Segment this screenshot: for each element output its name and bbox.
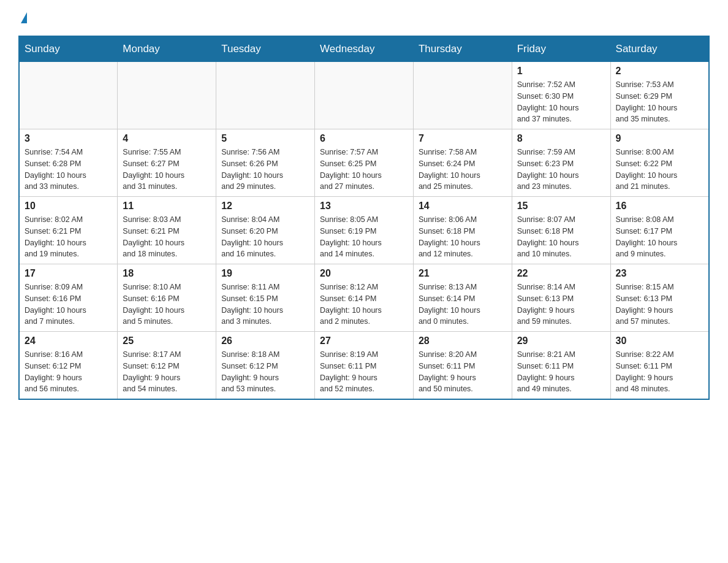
- day-info: Sunrise: 8:16 AM Sunset: 6:12 PM Dayligh…: [25, 349, 112, 395]
- day-number: 25: [123, 335, 211, 347]
- calendar-week-4: 17Sunrise: 8:09 AM Sunset: 6:16 PM Dayli…: [19, 264, 709, 332]
- day-info: Sunrise: 8:19 AM Sunset: 6:11 PM Dayligh…: [320, 349, 408, 395]
- calendar-cell: 20Sunrise: 8:12 AM Sunset: 6:14 PM Dayli…: [315, 264, 414, 332]
- calendar-cell: [216, 62, 315, 129]
- day-info: Sunrise: 7:56 AM Sunset: 6:26 PM Dayligh…: [221, 147, 309, 193]
- day-info: Sunrise: 7:52 AM Sunset: 6:30 PM Dayligh…: [517, 79, 605, 125]
- day-number: 4: [123, 133, 211, 144]
- day-info: Sunrise: 7:55 AM Sunset: 6:27 PM Dayligh…: [123, 147, 211, 193]
- day-number: 5: [221, 133, 309, 144]
- day-number: 17: [25, 268, 112, 279]
- day-info: Sunrise: 8:10 AM Sunset: 6:16 PM Dayligh…: [123, 282, 211, 327]
- calendar-cell: 7Sunrise: 7:58 AM Sunset: 6:24 PM Daylig…: [413, 129, 512, 197]
- day-info: Sunrise: 8:06 AM Sunset: 6:18 PM Dayligh…: [419, 214, 507, 260]
- day-info: Sunrise: 8:18 AM Sunset: 6:12 PM Dayligh…: [221, 349, 309, 395]
- day-number: 12: [221, 201, 309, 212]
- day-number: 18: [123, 268, 211, 279]
- day-number: 9: [616, 133, 703, 144]
- weekday-header-sunday: Sunday: [19, 36, 118, 62]
- calendar-cell: 25Sunrise: 8:17 AM Sunset: 6:12 PM Dayli…: [118, 332, 216, 400]
- day-info: Sunrise: 7:58 AM Sunset: 6:24 PM Dayligh…: [419, 147, 507, 193]
- logo-triangle-icon: [21, 12, 27, 23]
- day-info: Sunrise: 7:54 AM Sunset: 6:28 PM Dayligh…: [25, 147, 112, 193]
- calendar-cell: 18Sunrise: 8:10 AM Sunset: 6:16 PM Dayli…: [118, 264, 216, 332]
- calendar-cell: 23Sunrise: 8:15 AM Sunset: 6:13 PM Dayli…: [610, 264, 709, 332]
- day-number: 16: [616, 201, 703, 212]
- calendar-week-1: 1Sunrise: 7:52 AM Sunset: 6:30 PM Daylig…: [19, 62, 709, 129]
- weekday-header-monday: Monday: [118, 36, 216, 62]
- day-number: 23: [616, 268, 703, 279]
- day-info: Sunrise: 8:00 AM Sunset: 6:22 PM Dayligh…: [616, 147, 703, 193]
- calendar-cell: 21Sunrise: 8:13 AM Sunset: 6:14 PM Dayli…: [413, 264, 512, 332]
- day-number: 11: [123, 201, 211, 212]
- day-info: Sunrise: 8:11 AM Sunset: 6:15 PM Dayligh…: [221, 282, 309, 327]
- page-header: [18, 12, 710, 23]
- calendar-cell: 19Sunrise: 8:11 AM Sunset: 6:15 PM Dayli…: [216, 264, 315, 332]
- calendar-week-2: 3Sunrise: 7:54 AM Sunset: 6:28 PM Daylig…: [19, 129, 709, 197]
- day-number: 14: [419, 201, 507, 212]
- calendar-cell: 8Sunrise: 7:59 AM Sunset: 6:23 PM Daylig…: [512, 129, 610, 197]
- calendar-cell: [19, 62, 118, 129]
- calendar-cell: 17Sunrise: 8:09 AM Sunset: 6:16 PM Dayli…: [19, 264, 118, 332]
- day-number: 21: [419, 268, 507, 279]
- day-info: Sunrise: 8:12 AM Sunset: 6:14 PM Dayligh…: [320, 282, 408, 327]
- calendar-cell: 16Sunrise: 8:08 AM Sunset: 6:17 PM Dayli…: [610, 197, 709, 264]
- calendar-cell: 14Sunrise: 8:06 AM Sunset: 6:18 PM Dayli…: [413, 197, 512, 264]
- day-number: 2: [616, 66, 703, 77]
- day-info: Sunrise: 7:59 AM Sunset: 6:23 PM Dayligh…: [517, 147, 605, 193]
- day-info: Sunrise: 8:22 AM Sunset: 6:11 PM Dayligh…: [616, 349, 703, 395]
- day-number: 15: [517, 201, 605, 212]
- day-number: 20: [320, 268, 408, 279]
- day-info: Sunrise: 8:15 AM Sunset: 6:13 PM Dayligh…: [616, 282, 703, 327]
- day-number: 22: [517, 268, 605, 279]
- weekday-header-wednesday: Wednesday: [315, 36, 414, 62]
- calendar-table: SundayMondayTuesdayWednesdayThursdayFrid…: [18, 36, 710, 400]
- day-info: Sunrise: 8:05 AM Sunset: 6:19 PM Dayligh…: [320, 214, 408, 260]
- calendar-cell: 1Sunrise: 7:52 AM Sunset: 6:30 PM Daylig…: [512, 62, 610, 129]
- calendar-cell: 4Sunrise: 7:55 AM Sunset: 6:27 PM Daylig…: [118, 129, 216, 197]
- day-number: 10: [25, 201, 112, 212]
- calendar-cell: 22Sunrise: 8:14 AM Sunset: 6:13 PM Dayli…: [512, 264, 610, 332]
- day-number: 6: [320, 133, 408, 144]
- calendar-cell: 13Sunrise: 8:05 AM Sunset: 6:19 PM Dayli…: [315, 197, 414, 264]
- calendar-week-3: 10Sunrise: 8:02 AM Sunset: 6:21 PM Dayli…: [19, 197, 709, 264]
- calendar-cell: [413, 62, 512, 129]
- day-info: Sunrise: 8:07 AM Sunset: 6:18 PM Dayligh…: [517, 214, 605, 260]
- calendar-cell: 24Sunrise: 8:16 AM Sunset: 6:12 PM Dayli…: [19, 332, 118, 400]
- calendar-cell: [118, 62, 216, 129]
- day-info: Sunrise: 7:53 AM Sunset: 6:29 PM Dayligh…: [616, 79, 703, 125]
- day-info: Sunrise: 8:04 AM Sunset: 6:20 PM Dayligh…: [221, 214, 309, 260]
- day-info: Sunrise: 8:20 AM Sunset: 6:11 PM Dayligh…: [419, 349, 507, 395]
- calendar-cell: 29Sunrise: 8:21 AM Sunset: 6:11 PM Dayli…: [512, 332, 610, 400]
- day-number: 30: [616, 335, 703, 347]
- day-number: 27: [320, 335, 408, 347]
- day-info: Sunrise: 8:14 AM Sunset: 6:13 PM Dayligh…: [517, 282, 605, 327]
- day-number: 1: [517, 66, 605, 77]
- day-number: 7: [419, 133, 507, 144]
- calendar-cell: 28Sunrise: 8:20 AM Sunset: 6:11 PM Dayli…: [413, 332, 512, 400]
- day-info: Sunrise: 8:13 AM Sunset: 6:14 PM Dayligh…: [419, 282, 507, 327]
- calendar-cell: 11Sunrise: 8:03 AM Sunset: 6:21 PM Dayli…: [118, 197, 216, 264]
- day-info: Sunrise: 8:08 AM Sunset: 6:17 PM Dayligh…: [616, 214, 703, 260]
- day-info: Sunrise: 8:09 AM Sunset: 6:16 PM Dayligh…: [25, 282, 112, 327]
- calendar-cell: 6Sunrise: 7:57 AM Sunset: 6:25 PM Daylig…: [315, 129, 414, 197]
- calendar-cell: 2Sunrise: 7:53 AM Sunset: 6:29 PM Daylig…: [610, 62, 709, 129]
- calendar-cell: [315, 62, 414, 129]
- day-info: Sunrise: 8:17 AM Sunset: 6:12 PM Dayligh…: [123, 349, 211, 395]
- day-number: 29: [517, 335, 605, 347]
- calendar-cell: 27Sunrise: 8:19 AM Sunset: 6:11 PM Dayli…: [315, 332, 414, 400]
- calendar-cell: 15Sunrise: 8:07 AM Sunset: 6:18 PM Dayli…: [512, 197, 610, 264]
- day-info: Sunrise: 8:21 AM Sunset: 6:11 PM Dayligh…: [517, 349, 605, 395]
- weekday-header-saturday: Saturday: [610, 36, 709, 62]
- day-number: 8: [517, 133, 605, 144]
- day-number: 24: [25, 335, 112, 347]
- calendar-cell: 9Sunrise: 8:00 AM Sunset: 6:22 PM Daylig…: [610, 129, 709, 197]
- weekday-header-row: SundayMondayTuesdayWednesdayThursdayFrid…: [19, 36, 709, 62]
- day-info: Sunrise: 8:03 AM Sunset: 6:21 PM Dayligh…: [123, 214, 211, 260]
- calendar-cell: 10Sunrise: 8:02 AM Sunset: 6:21 PM Dayli…: [19, 197, 118, 264]
- calendar-cell: 5Sunrise: 7:56 AM Sunset: 6:26 PM Daylig…: [216, 129, 315, 197]
- day-number: 26: [221, 335, 309, 347]
- calendar-week-5: 24Sunrise: 8:16 AM Sunset: 6:12 PM Dayli…: [19, 332, 709, 400]
- weekday-header-tuesday: Tuesday: [216, 36, 315, 62]
- logo: [18, 12, 27, 23]
